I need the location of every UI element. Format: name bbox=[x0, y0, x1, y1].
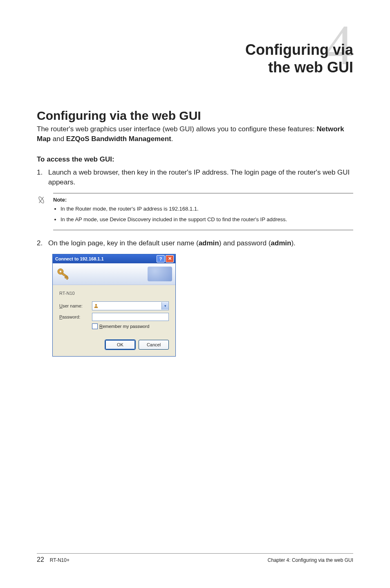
username-input[interactable] bbox=[100, 302, 161, 310]
dialog-titlebar: Connect to 192.168.1.1 ? ✕ bbox=[53, 254, 175, 263]
instruction-list-2: 2. On the login page, key in the default… bbox=[37, 238, 353, 248]
intro-text-mid: and bbox=[51, 135, 66, 143]
svg-point-7 bbox=[95, 304, 97, 306]
username-combo[interactable]: ▾ bbox=[92, 301, 169, 310]
chapter-title: Configuring via the web GUI bbox=[245, 41, 353, 76]
titlebar-buttons: ? ✕ bbox=[157, 255, 174, 263]
cancel-button[interactable]: Cancel bbox=[139, 340, 169, 350]
footer-left: 22 RT-N10+ bbox=[37, 556, 69, 563]
note-bullets: In the Router mode, the router's IP addr… bbox=[53, 205, 353, 223]
dialog-server-label: RT-N10 bbox=[59, 291, 169, 296]
username-field-wrap: ▾ bbox=[92, 301, 169, 310]
user-icon bbox=[92, 303, 100, 308]
step-1-text: Launch a web browser, then key in the ro… bbox=[48, 168, 353, 187]
dialog-title: Connect to 192.168.1.1 bbox=[55, 256, 104, 261]
chapter-title-line1: Configuring via bbox=[245, 41, 353, 58]
svg-point-3 bbox=[59, 270, 62, 273]
chapter-header: 4 Configuring via the web GUI bbox=[37, 41, 353, 76]
note-bullet-1: In the Router mode, the router's IP addr… bbox=[61, 205, 353, 213]
remember-label-u: R bbox=[99, 324, 103, 329]
username-label-rest: ser name: bbox=[63, 303, 83, 308]
close-button[interactable]: ✕ bbox=[166, 255, 174, 263]
password-label-rest: assword: bbox=[62, 314, 80, 319]
footer-model: RT-N10+ bbox=[50, 557, 69, 563]
password-row: Password: bbox=[59, 313, 169, 321]
login-dialog: Connect to 192.168.1.1 ? ✕ bbox=[52, 254, 176, 357]
username-row: User name: ▾ bbox=[59, 301, 169, 310]
page-footer: 22 RT-N10+ Chapter 4: Configuring via th… bbox=[37, 553, 353, 563]
instructions-subheading: To access the web GUI: bbox=[37, 155, 353, 164]
note-body: Note: In the Router mode, the router's I… bbox=[53, 193, 353, 230]
remember-checkbox[interactable] bbox=[92, 323, 98, 329]
dialog-button-row: OK Cancel bbox=[59, 340, 169, 350]
key-icon bbox=[56, 266, 71, 282]
intro-text-post: . bbox=[171, 135, 173, 143]
step-2: 2. On the login page, key in the default… bbox=[37, 238, 353, 248]
step-1-number: 1. bbox=[37, 168, 48, 187]
banner-decoration bbox=[148, 267, 172, 281]
chevron-down-icon[interactable]: ▾ bbox=[161, 302, 168, 310]
step-2-pre: On the login page, key in the default us… bbox=[48, 239, 199, 247]
username-label-u: U bbox=[59, 303, 63, 308]
password-input[interactable] bbox=[92, 313, 169, 321]
step-2-text: On the login page, key in the default us… bbox=[48, 238, 353, 248]
password-label: Password: bbox=[59, 314, 92, 319]
step-1: 1. Launch a web browser, then key in the… bbox=[37, 168, 353, 187]
username-label: User name: bbox=[59, 303, 92, 308]
note-bullet-2: In the AP mode, use Device Discovery inc… bbox=[61, 216, 353, 223]
dialog-banner bbox=[53, 263, 175, 285]
remember-label: Remember my password bbox=[99, 324, 149, 329]
step-2-number: 2. bbox=[37, 238, 48, 248]
help-button[interactable]: ? bbox=[157, 255, 165, 263]
step-2-bold-1: admin bbox=[199, 239, 219, 247]
remember-label-rest: emember my password bbox=[103, 324, 149, 329]
note-icon bbox=[37, 193, 53, 230]
note-label: Note: bbox=[53, 197, 353, 203]
dialog-body: RT-N10 User name: ▾ Pass bbox=[53, 285, 175, 356]
ok-button[interactable]: OK bbox=[105, 340, 135, 350]
step-2-mid: ) and password ( bbox=[219, 239, 271, 247]
footer-chapter-ref: Chapter 4: Configuring via the web GUI bbox=[268, 557, 353, 563]
step-2-bold-2: admin bbox=[271, 239, 291, 247]
intro-text-pre: The router's web graphics user interface… bbox=[37, 125, 317, 133]
note-block: Note: In the Router mode, the router's I… bbox=[37, 193, 353, 230]
section-intro: The router's web graphics user interface… bbox=[37, 124, 353, 144]
section-heading: Configuring via the web GUI bbox=[37, 109, 353, 123]
password-field-wrap bbox=[92, 313, 169, 321]
page-number: 22 bbox=[37, 556, 44, 563]
document-page: 4 Configuring via the web GUI Configurin… bbox=[0, 0, 390, 588]
step-2-post: ). bbox=[291, 239, 295, 247]
svg-rect-4 bbox=[62, 273, 68, 278]
intro-bold-2: EZQoS Bandwidth Management bbox=[66, 135, 171, 143]
chapter-title-line2: the web GUI bbox=[268, 59, 353, 76]
instruction-list: 1. Launch a web browser, then key in the… bbox=[37, 168, 353, 187]
remember-row: Remember my password bbox=[92, 323, 169, 329]
